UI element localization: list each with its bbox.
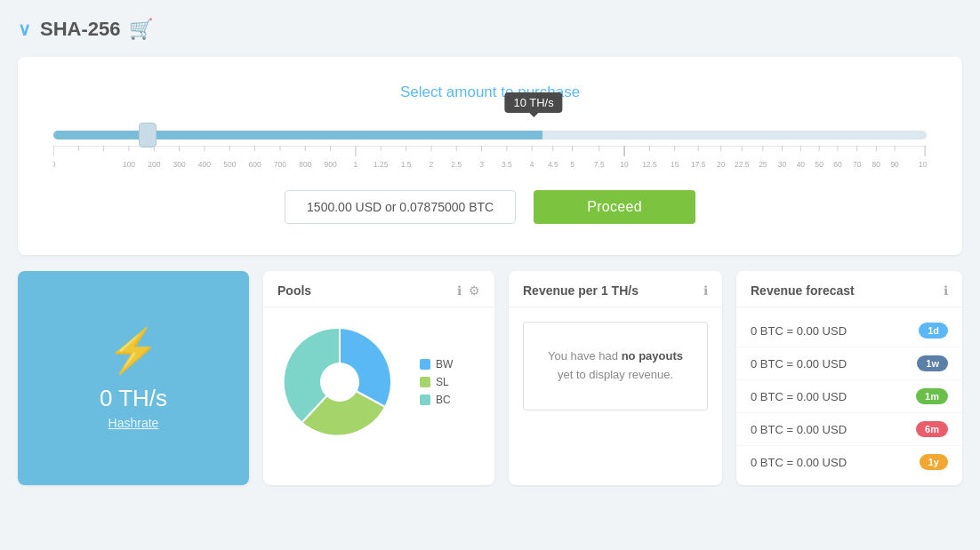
revenue-info-icon[interactable]: ℹ (703, 283, 708, 298)
svg-text:20: 20 (717, 160, 726, 169)
svg-text:50: 50 (815, 160, 823, 169)
svg-text:7.5: 7.5 (594, 160, 605, 169)
hashrate-card: ⚡ 0 TH/s Hashrate (18, 271, 249, 485)
svg-text:12.5: 12.5 (642, 160, 657, 169)
svg-text:100: 100 (123, 160, 135, 169)
bottom-row: ⚡ 0 TH/s Hashrate Pools ℹ ⚙ (18, 271, 962, 485)
svg-text:300: 300 (173, 160, 186, 169)
svg-text:700: 700 (274, 160, 286, 169)
chevron-icon[interactable]: ∨ (18, 19, 31, 40)
forecast-value-1y: 0 BTC = 0.00 USD (751, 456, 847, 469)
revenue-per-th-header: Revenue per 1 TH/s ℹ (509, 271, 722, 307)
svg-text:800: 800 (299, 160, 311, 169)
forecast-row-1y: 0 BTC = 0.00 USD 1y (736, 446, 962, 478)
slider-track: 10 TH/s (53, 126, 927, 144)
slider-tooltip: 10 TH/s (504, 92, 562, 113)
svg-text:22.5: 22.5 (735, 160, 750, 169)
forecast-value-1w: 0 BTC = 0.00 USD (751, 357, 847, 371)
svg-text:40: 40 (797, 160, 806, 169)
svg-text:1.5: 1.5 (401, 160, 412, 169)
svg-text:2: 2 (430, 160, 434, 169)
legend-label-bw: BW (436, 358, 453, 371)
pools-card-icons: ℹ ⚙ (457, 283, 480, 298)
svg-text:25: 25 (759, 160, 767, 169)
ruler: 0 100 200 300 400 500 600 700 800 (53, 146, 927, 172)
svg-text:30: 30 (778, 160, 787, 169)
svg-text:17.5: 17.5 (691, 160, 706, 169)
forecast-badge-1d[interactable]: 1d (919, 323, 948, 339)
legend-dot-sl (420, 377, 430, 387)
svg-text:5: 5 (570, 160, 574, 169)
pools-title: Pools (277, 283, 311, 298)
cart-icon[interactable]: 🛒 (129, 18, 153, 41)
svg-text:1.25: 1.25 (374, 160, 389, 169)
pools-card-header: Pools ℹ ⚙ (263, 271, 494, 307)
svg-text:4.5: 4.5 (548, 160, 558, 169)
revenue-per-th-title: Revenue per 1 TH/s (523, 283, 639, 298)
bolt-icon: ⚡ (107, 326, 160, 376)
proceed-button[interactable]: Proceed (534, 190, 695, 224)
svg-text:80: 80 (872, 160, 881, 169)
pie-legend: BW SL BC (420, 358, 453, 406)
forecast-badge-1w[interactable]: 1w (917, 355, 948, 371)
svg-text:200: 200 (148, 160, 160, 169)
pools-gear-icon[interactable]: ⚙ (469, 283, 480, 298)
forecast-title: Revenue forecast (751, 283, 855, 298)
forecast-value-6m: 0 BTC = 0.00 USD (751, 423, 847, 436)
revenue-content: You have had no payouts yet to display r… (509, 307, 722, 425)
forecast-icons: ℹ (944, 283, 948, 298)
forecast-badge-1y[interactable]: 1y (920, 454, 948, 470)
page-header: ∨ SHA-256 🛒 (18, 18, 962, 41)
hashrate-label[interactable]: Hashrate (108, 416, 159, 430)
revenue-per-th-icons: ℹ (703, 283, 708, 298)
amount-slider[interactable] (53, 131, 927, 139)
hashrate-value: 0 TH/s (100, 385, 167, 412)
svg-text:0: 0 (53, 160, 55, 169)
svg-text:100: 100 (919, 160, 927, 169)
forecast-row-1d: 0 BTC = 0.00 USD 1d (736, 315, 962, 347)
forecast-row-1m: 0 BTC = 0.00 USD 1m (736, 380, 962, 413)
pools-card: Pools ℹ ⚙ (263, 271, 494, 485)
svg-text:1: 1 (354, 160, 358, 169)
action-row: 1500.00 USD or 0.07875000 BTC Proceed (44, 190, 936, 224)
forecast-badge-1m[interactable]: 1m (916, 388, 948, 404)
svg-text:60: 60 (833, 160, 842, 169)
legend-sl: SL (420, 376, 453, 388)
legend-dot-bc (420, 395, 430, 405)
slider-wrapper: 10 TH/s 0 100 200 300 400 500 (53, 126, 927, 172)
forecast-info-icon[interactable]: ℹ (944, 283, 948, 298)
svg-text:600: 600 (249, 160, 261, 169)
forecast-value-1m: 0 BTC = 0.00 USD (751, 390, 847, 403)
svg-text:10: 10 (620, 160, 629, 169)
svg-text:4: 4 (530, 160, 534, 169)
pools-content: BW SL BC (263, 307, 494, 457)
legend-bw: BW (420, 358, 453, 371)
svg-text:15: 15 (671, 160, 679, 169)
forecast-content: 0 BTC = 0.00 USD 1d 0 BTC = 0.00 USD 1w … (736, 307, 962, 485)
svg-text:90: 90 (890, 160, 899, 169)
legend-label-bc: BC (436, 394, 451, 406)
forecast-row-1w: 0 BTC = 0.00 USD 1w (736, 347, 962, 380)
svg-text:400: 400 (198, 160, 211, 169)
forecast-badge-6m[interactable]: 6m (916, 421, 948, 437)
select-amount-card: Select amount to purchase 10 TH/s 0 100 … (18, 57, 962, 255)
revenue-per-th-card: Revenue per 1 TH/s ℹ You have had no pay… (509, 271, 722, 485)
page-title: SHA-256 (40, 18, 120, 41)
svg-text:3.5: 3.5 (502, 160, 512, 169)
pools-info-icon[interactable]: ℹ (457, 283, 462, 298)
forecast-row-6m: 0 BTC = 0.00 USD 6m (736, 413, 962, 446)
forecast-header: Revenue forecast ℹ (736, 271, 962, 307)
legend-dot-bw (420, 359, 430, 370)
no-payouts-highlight: no payouts (622, 349, 683, 363)
svg-text:2.5: 2.5 (451, 160, 462, 169)
legend-bc: BC (420, 394, 453, 406)
svg-text:900: 900 (325, 160, 337, 169)
forecast-value-1d: 0 BTC = 0.00 USD (751, 324, 847, 338)
svg-text:70: 70 (853, 160, 862, 169)
svg-text:500: 500 (223, 160, 236, 169)
revenue-forecast-card: Revenue forecast ℹ 0 BTC = 0.00 USD 1d 0… (736, 271, 962, 485)
legend-label-sl: SL (436, 376, 449, 388)
svg-text:3: 3 (479, 160, 484, 169)
price-display: 1500.00 USD or 0.07875000 BTC (285, 190, 516, 224)
select-card-title: Select amount to purchase (44, 84, 936, 101)
